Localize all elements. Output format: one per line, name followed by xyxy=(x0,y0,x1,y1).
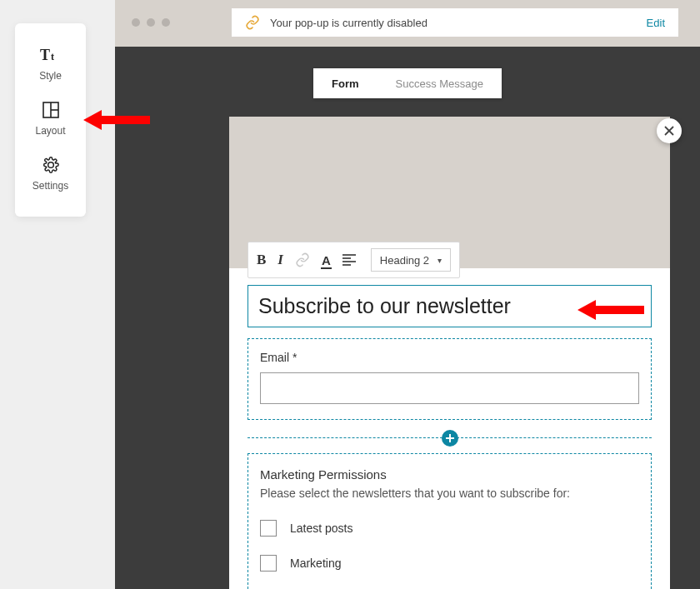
layout-icon xyxy=(42,102,59,118)
align-button[interactable] xyxy=(342,254,356,266)
side-label: Style xyxy=(39,70,62,82)
popup-heading: Subscribe to our newsletter xyxy=(258,294,641,318)
email-field-block[interactable]: Email * xyxy=(248,338,652,420)
status-text: Your pop-up is currently disabled xyxy=(270,17,428,29)
align-left-icon xyxy=(342,254,356,266)
plus-icon xyxy=(446,434,454,442)
close-button[interactable] xyxy=(657,118,682,143)
heading-select[interactable]: Heading 2 ▾ xyxy=(371,248,451,272)
svg-text:T: T xyxy=(40,47,50,63)
text-toolbar: B I A xyxy=(248,242,460,278)
text-icon: T t xyxy=(40,47,62,63)
chain-link-icon xyxy=(295,252,310,267)
side-item-style[interactable]: T t Style xyxy=(15,37,86,92)
tab-success-message[interactable]: Success Message xyxy=(378,68,502,98)
side-label: Layout xyxy=(35,125,65,137)
italic-button[interactable]: I xyxy=(278,252,283,268)
view-tabs: Form Success Message xyxy=(313,68,502,98)
chevron-down-icon: ▾ xyxy=(438,256,442,265)
permissions-block[interactable]: Marketing Permissions Please select the … xyxy=(248,453,652,589)
tab-form[interactable]: Form xyxy=(313,68,378,98)
email-label: Email * xyxy=(260,351,639,364)
bold-button[interactable]: B xyxy=(257,252,266,268)
checkbox[interactable] xyxy=(260,520,277,537)
checkbox-row[interactable]: Marketing xyxy=(260,555,639,572)
heading-select-label: Heading 2 xyxy=(380,254,429,267)
link-icon xyxy=(245,15,260,30)
permissions-desc: Please select the newsletters that you w… xyxy=(260,485,639,502)
close-icon xyxy=(664,126,674,136)
heading-block[interactable]: Subscribe to our newsletter xyxy=(248,285,652,327)
status-bar: Your pop-up is currently disabled Edit xyxy=(232,8,678,37)
dark-stage: Form Success Message B I xyxy=(115,47,700,589)
link-button[interactable] xyxy=(295,252,310,267)
checkbox-label: Latest posts xyxy=(290,522,353,535)
email-input[interactable] xyxy=(260,372,639,404)
gear-icon xyxy=(42,157,59,173)
popup-preview: B I A xyxy=(229,117,670,589)
add-block-button[interactable] xyxy=(442,430,458,447)
side-panel: T t Style Layout Settings xyxy=(15,23,86,217)
edit-link[interactable]: Edit xyxy=(647,17,665,29)
checkbox-label: Marketing xyxy=(290,557,341,570)
svg-text:t: t xyxy=(51,51,54,62)
popup-body: B I A xyxy=(229,268,670,589)
permissions-title: Marketing Permissions xyxy=(260,467,639,482)
side-item-layout[interactable]: Layout xyxy=(15,92,86,147)
side-item-settings[interactable]: Settings xyxy=(15,147,86,202)
window-traffic-lights xyxy=(132,18,170,27)
text-color-icon: A xyxy=(322,253,331,267)
checkbox-row[interactable]: Latest posts xyxy=(260,520,639,537)
insert-divider xyxy=(248,430,652,447)
side-label: Settings xyxy=(32,180,68,192)
checkbox[interactable] xyxy=(260,555,277,572)
preview-canvas: Your pop-up is currently disabled Edit F… xyxy=(115,0,700,589)
text-color-button[interactable]: A xyxy=(322,253,331,267)
